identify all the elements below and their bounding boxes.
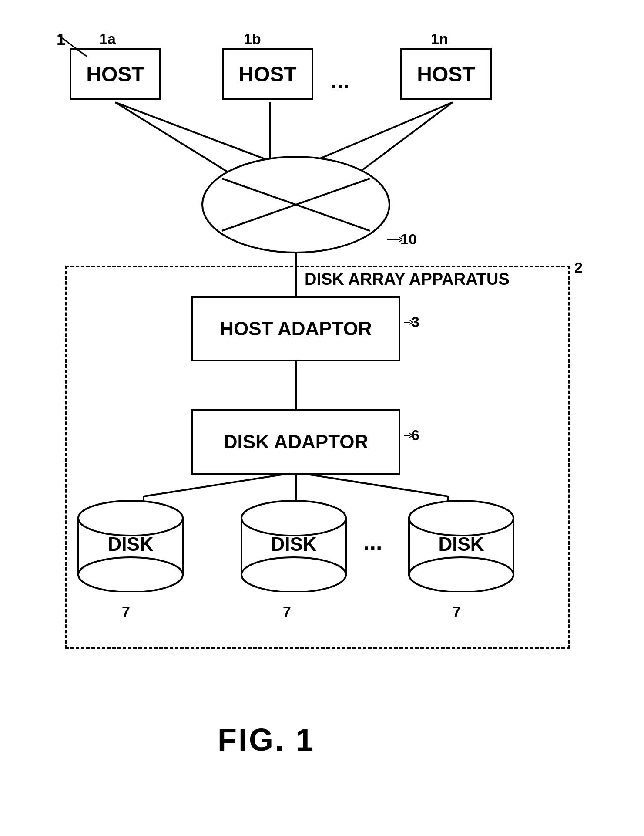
disk-array-apparatus-label: DISK ARRAY APPARATUS	[305, 270, 510, 289]
ref10-arrow	[387, 235, 402, 244]
figure-caption: FIG. 1	[218, 722, 315, 758]
host-adaptor-box: HOST ADAPTOR	[191, 296, 400, 361]
ref-label-7a: 7	[122, 603, 130, 620]
disk-cylinder-1: DISK	[74, 496, 187, 592]
svg-point-33	[409, 501, 513, 536]
ref-label-1b: 1b	[244, 30, 261, 47]
ref-label-7c: 7	[453, 603, 461, 620]
host-box-n: HOST	[400, 48, 492, 100]
host-ellipsis: ...	[331, 67, 349, 94]
ref1-arrow	[59, 36, 98, 57]
disk-adaptor-label: DISK ADAPTOR	[224, 431, 368, 453]
svg-text:DISK: DISK	[107, 533, 153, 555]
host-a-label: HOST	[86, 62, 144, 86]
disk-cylinder-3: DISK	[405, 496, 518, 592]
svg-point-30	[242, 557, 346, 592]
host-adaptor-label: HOST ADAPTOR	[220, 318, 372, 340]
ref-label-10: 10	[400, 231, 417, 248]
network-ellipse	[200, 152, 392, 257]
ref-label-7b: 7	[283, 603, 291, 620]
host-box-b: HOST	[222, 48, 313, 100]
diagram-container: 1 1a 1b 1n HOST HOST ... HOST 10 DISK AR…	[35, 17, 609, 779]
ref6-arrow	[404, 431, 413, 440]
disk-ellipsis: ...	[363, 529, 382, 555]
ref-label-1a: 1a	[99, 30, 116, 47]
svg-text:DISK: DISK	[271, 533, 316, 555]
svg-point-26	[78, 557, 183, 592]
ref-label-1n: 1n	[431, 30, 448, 47]
svg-point-25	[78, 501, 183, 536]
svg-point-34	[409, 557, 513, 592]
disk-cylinder-2: DISK	[237, 496, 350, 592]
disk-adaptor-box: DISK ADAPTOR	[191, 409, 400, 475]
ref3-arrow	[404, 318, 413, 327]
host-n-label: HOST	[417, 62, 475, 86]
ref-label-2: 2	[574, 259, 583, 276]
svg-point-29	[242, 501, 346, 536]
host-b-label: HOST	[238, 62, 296, 86]
svg-line-36	[59, 36, 87, 57]
svg-text:DISK: DISK	[438, 533, 484, 555]
